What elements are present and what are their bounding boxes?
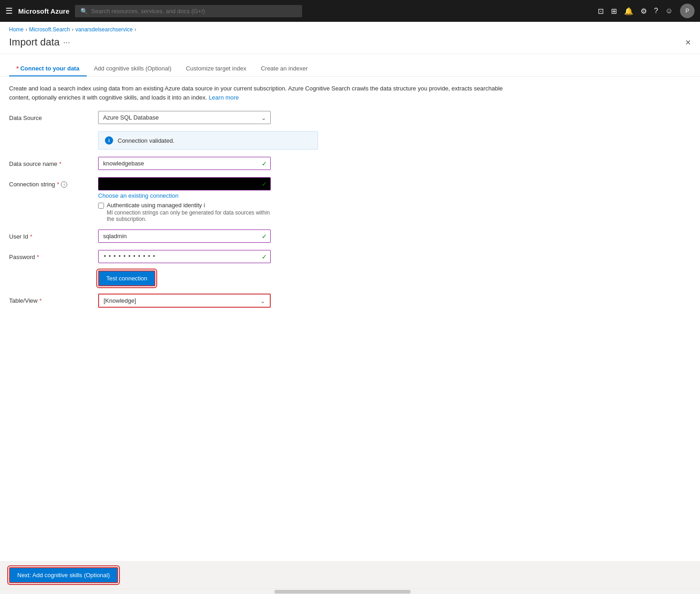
connection-string-info-icon[interactable]: i	[61, 181, 67, 188]
validation-info-icon: i	[105, 136, 113, 145]
page-header: Import data ··· ✕	[0, 35, 700, 54]
table-view-select-wrapper: [Knowledge] [dbo].[KnowledgeBase]	[98, 294, 271, 308]
data-source-select[interactable]: Azure SQL Database Azure Blob Storage Az…	[98, 111, 271, 124]
breadcrumb-sep-3: ›	[134, 26, 136, 33]
validation-message: Connection validated.	[118, 137, 174, 144]
settings-icon[interactable]: ⚙	[640, 7, 647, 15]
breadcrumb: Home › Microsoft.Search › vanarsdelsearc…	[0, 22, 700, 35]
data-source-row: Data Source Azure SQL Database Azure Blo…	[9, 111, 418, 124]
main-container: Home › Microsoft.Search › vanarsdelsearc…	[0, 22, 700, 594]
data-source-label: Data Source	[9, 111, 91, 121]
managed-identity-label[interactable]: Authenticate using managed identity	[107, 202, 202, 209]
validation-box: i Connection validated.	[98, 131, 318, 150]
tab-connect-required-star: *	[16, 65, 20, 72]
table-view-label: Table/View *	[9, 294, 91, 304]
connection-string-label: Connection string * i	[9, 177, 91, 188]
breadcrumb-search-service[interactable]: vanarsdelsearchservice	[75, 26, 133, 33]
user-id-row: User Id * ✓	[9, 230, 418, 243]
connection-string-required: *	[57, 181, 59, 188]
managed-identity-text-wrapper: Authenticate using managed identity i MI…	[107, 202, 271, 222]
data-source-control: Azure SQL Database Azure Blob Storage Az…	[98, 111, 271, 124]
table-view-row: Table/View * [Knowledge] [dbo].[Knowledg…	[9, 294, 418, 308]
help-icon[interactable]: ?	[654, 7, 658, 15]
horizontal-scrollbar[interactable]	[0, 589, 700, 594]
tab-create-indexer[interactable]: Create an indexer	[253, 61, 315, 76]
next-button[interactable]: Next: Add cognitive skills (Optional)	[9, 567, 118, 583]
test-connection-row: Test connection	[9, 270, 418, 286]
search-icon: 🔍	[80, 8, 88, 15]
cloud-shell-icon[interactable]: ⊡	[598, 7, 604, 15]
hamburger-icon[interactable]: ☰	[5, 6, 13, 16]
data-source-name-input[interactable]	[98, 157, 271, 170]
connection-string-input[interactable]	[98, 177, 271, 190]
user-id-control: ✓	[98, 230, 271, 243]
close-icon[interactable]: ✕	[685, 38, 691, 47]
managed-identity-checkbox[interactable]	[98, 203, 104, 209]
brand-logo: Microsoft Azure	[18, 7, 70, 15]
more-options-icon[interactable]: ···	[63, 38, 70, 47]
search-input[interactable]	[91, 8, 297, 15]
page-title: Import data	[9, 36, 60, 48]
user-id-label: User Id *	[9, 230, 91, 240]
nav-icons: ⊡ ⊞ 🔔 ⚙ ? ☺ P	[598, 4, 695, 18]
breadcrumb-home[interactable]: Home	[9, 26, 24, 33]
password-input[interactable]	[98, 250, 271, 263]
data-source-name-required: *	[59, 160, 61, 167]
avatar[interactable]: P	[680, 4, 695, 18]
content-area: Create and load a search index using dat…	[0, 77, 700, 561]
tab-connect[interactable]: * Connect to your data	[9, 61, 87, 76]
password-required: *	[37, 254, 39, 260]
top-navigation: ☰ Microsoft Azure 🔍 ⊡ ⊞ 🔔 ⚙ ? ☺ P	[0, 0, 700, 22]
table-view-control: [Knowledge] [dbo].[KnowledgeBase]	[98, 294, 271, 308]
password-label: Password *	[9, 250, 91, 260]
mi-note: MI connection strings can only be genera…	[107, 210, 271, 222]
bottom-bar: Next: Add cognitive skills (Optional)	[0, 561, 700, 589]
password-control: ✓	[98, 250, 271, 263]
password-row: Password * ✓	[9, 250, 418, 263]
user-id-required: *	[30, 233, 32, 240]
choose-existing-connection-link[interactable]: Choose an existing connection	[98, 192, 271, 199]
data-source-name-control: ✓	[98, 157, 271, 170]
notifications-icon[interactable]: 🔔	[624, 7, 633, 15]
connection-string-check-icon: ✓	[262, 180, 267, 188]
breadcrumb-sep-1: ›	[25, 26, 27, 33]
password-check-icon: ✓	[262, 253, 267, 260]
connection-string-control: ✓ Choose an existing connection Authenti…	[98, 177, 271, 222]
feedback-icon[interactable]: ☺	[665, 7, 673, 15]
scrollbar-thumb[interactable]	[274, 590, 411, 594]
tab-cognitive-skills[interactable]: Add cognitive skills (Optional)	[87, 61, 179, 76]
user-id-check-icon: ✓	[262, 233, 267, 240]
data-source-name-row: Data source name * ✓	[9, 157, 418, 170]
page-header-left: Import data ···	[9, 36, 70, 48]
directory-icon[interactable]: ⊞	[611, 7, 617, 15]
managed-identity-info-icon[interactable]: i	[204, 202, 205, 209]
connection-string-input-wrapper: ✓	[98, 177, 271, 190]
table-view-select[interactable]: [Knowledge] [dbo].[KnowledgeBase]	[99, 295, 270, 307]
breadcrumb-microsoft-search[interactable]: Microsoft.Search	[29, 26, 70, 33]
data-source-name-label: Data source name *	[9, 157, 91, 167]
test-connection-button[interactable]: Test connection	[98, 270, 155, 286]
data-source-name-check-icon: ✓	[262, 160, 267, 167]
tab-customize-index[interactable]: Customize target index	[179, 61, 253, 76]
user-id-input[interactable]	[98, 230, 271, 243]
learn-more-link[interactable]: Learn more	[209, 94, 238, 101]
managed-identity-row: Authenticate using managed identity i MI…	[98, 202, 271, 222]
tabs-container: * Connect to your data Add cognitive ski…	[0, 54, 700, 77]
connection-string-row: Connection string * i ✓ Choose an existi…	[9, 177, 418, 222]
data-source-select-wrapper: Azure SQL Database Azure Blob Storage Az…	[98, 111, 271, 124]
form-section: Data Source Azure SQL Database Azure Blo…	[9, 111, 418, 308]
table-view-required: *	[40, 297, 42, 304]
description-text: Create and load a search index using dat…	[9, 84, 509, 102]
search-box[interactable]: 🔍	[75, 5, 302, 17]
breadcrumb-sep-2: ›	[72, 26, 74, 33]
